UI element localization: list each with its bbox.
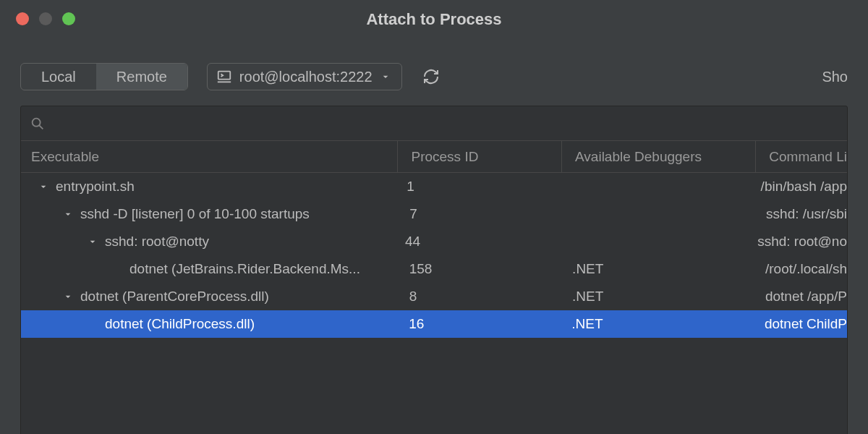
host-dropdown[interactable]: root@localhost:2222 — [207, 63, 402, 90]
process-debugger — [556, 173, 747, 200]
process-executable: entrypoint.sh — [56, 179, 135, 195]
remote-host-icon — [216, 69, 232, 85]
header-debuggers[interactable]: Available Debuggers — [562, 141, 756, 172]
toolbar: Local Remote root@localhost:2222 Sho — [0, 55, 868, 98]
tree-toggle[interactable] — [61, 290, 75, 303]
process-cmd: sshd: root@no — [744, 228, 847, 255]
process-row[interactable]: sshd -D [listener] 0 of 10-100 startups7… — [21, 200, 847, 228]
window-controls — [0, 12, 75, 25]
process-pid: 8 — [396, 283, 559, 310]
process-executable: sshd: root@notty — [105, 234, 209, 250]
connection-segmented: Local Remote — [20, 63, 188, 90]
maximize-window-button[interactable] — [62, 12, 75, 25]
process-debugger: .NET — [558, 310, 752, 338]
process-debugger: .NET — [559, 283, 752, 310]
header-executable[interactable]: Executable — [21, 141, 398, 172]
process-debugger: .NET — [559, 255, 752, 283]
process-executable: dotnet (ChildProcess.dll) — [105, 316, 255, 332]
refresh-icon — [422, 68, 440, 85]
process-debugger — [553, 228, 744, 255]
show-link[interactable]: Sho — [822, 69, 848, 85]
refresh-button[interactable] — [421, 67, 441, 87]
process-executable: dotnet (ParentCoreProcess.dll) — [80, 289, 269, 305]
tree-toggle — [86, 318, 99, 331]
process-cmd: sshd: /usr/sbi — [753, 200, 847, 228]
search-icon — [30, 116, 46, 132]
tree-toggle[interactable] — [61, 208, 75, 221]
process-executable: dotnet (JetBrains.Rider.Backend.Ms... — [129, 261, 360, 277]
search-row[interactable] — [21, 106, 847, 141]
host-label: root@localhost:2222 — [239, 69, 373, 85]
process-row[interactable]: sshd: root@notty44sshd: root@no — [21, 228, 847, 255]
process-pid: 158 — [396, 255, 559, 283]
process-pid: 44 — [392, 228, 553, 255]
header-process-id[interactable]: Process ID — [398, 141, 562, 172]
process-cmd: /root/.local/sh — [752, 255, 847, 283]
titlebar: Attach to Process — [0, 0, 868, 38]
process-rows: entrypoint.sh1/bin/bash /appsshd -D [lis… — [21, 173, 847, 338]
header-command-line[interactable]: Command Li — [756, 141, 847, 172]
process-executable: sshd -D [listener] 0 of 10-100 startups — [80, 206, 310, 222]
process-cmd: dotnet /app/P — [752, 283, 847, 310]
local-tab[interactable]: Local — [21, 64, 96, 90]
tree-toggle[interactable] — [37, 180, 50, 193]
process-pid: 7 — [396, 200, 560, 228]
process-cmd: /bin/bash /app — [748, 173, 847, 200]
minimize-window-button[interactable] — [39, 12, 52, 25]
svg-rect-0 — [218, 72, 231, 80]
process-debugger — [560, 200, 753, 228]
remote-tab[interactable]: Remote — [96, 64, 187, 90]
svg-line-2 — [39, 125, 43, 129]
process-panel: Executable Process ID Available Debugger… — [20, 106, 848, 434]
process-cmd: dotnet ChildP — [752, 310, 847, 338]
close-window-button[interactable] — [16, 12, 29, 25]
tree-toggle[interactable] — [86, 235, 99, 248]
window-title: Attach to Process — [366, 10, 501, 29]
process-pid: 16 — [396, 310, 558, 338]
tree-toggle — [111, 263, 124, 276]
chevron-down-icon — [380, 71, 391, 82]
column-headers: Executable Process ID Available Debugger… — [21, 141, 847, 173]
svg-point-1 — [33, 118, 41, 126]
process-row[interactable]: entrypoint.sh1/bin/bash /app — [21, 173, 847, 200]
process-row[interactable]: dotnet (ParentCoreProcess.dll)8.NETdotne… — [21, 283, 847, 310]
process-row[interactable]: dotnet (JetBrains.Rider.Backend.Ms...158… — [21, 255, 847, 283]
process-pid: 1 — [393, 173, 556, 200]
process-row[interactable]: dotnet (ChildProcess.dll)16.NETdotnet Ch… — [21, 310, 847, 338]
